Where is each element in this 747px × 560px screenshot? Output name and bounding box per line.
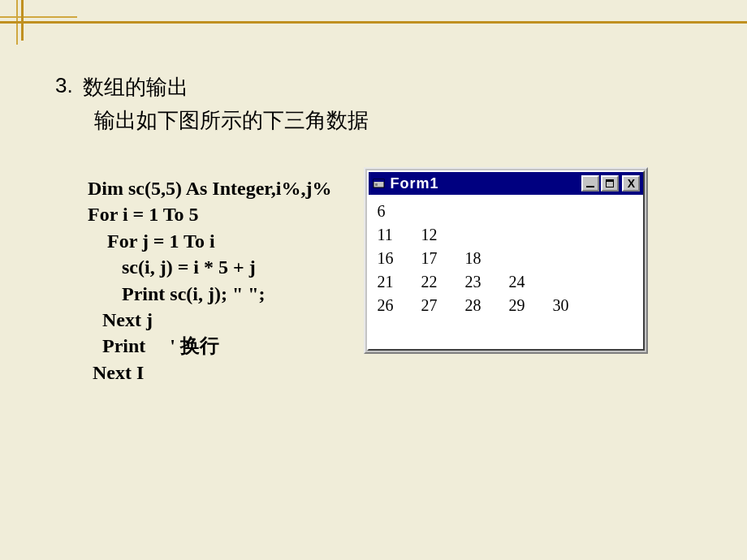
- output-row: 161718: [377, 247, 635, 270]
- output-cell: 21: [377, 270, 421, 294]
- code-line: sc(i, j) = i * 5 + j: [88, 256, 256, 278]
- code-line: For j = 1 To i: [88, 230, 215, 252]
- code-line: For i = 1 To 5: [88, 204, 199, 225]
- code-line: Next j: [88, 309, 153, 330]
- output-row: 6: [377, 200, 635, 223]
- output-row: 21222324: [377, 270, 635, 294]
- code-line: Dim sc(5,5) As Integer,i%,j%: [88, 178, 331, 199]
- heading-subtitle: 输出如下图所示的下三角数据: [94, 106, 715, 135]
- code-block: Dim sc(5,5) As Integer,i%,j% For i = 1 T…: [88, 175, 331, 386]
- code-line: Next I: [88, 362, 144, 383]
- output-cell: 18: [464, 247, 508, 270]
- close-button[interactable]: X: [622, 175, 640, 192]
- output-cell: 11: [377, 223, 421, 247]
- form-output-area: 61112161718212223242627282930: [369, 195, 643, 349]
- svg-rect-2: [375, 183, 378, 186]
- svg-rect-1: [374, 179, 384, 182]
- slide-corner-decoration: [0, 0, 97, 41]
- output-cell: 30: [552, 294, 596, 317]
- output-cell: 29: [508, 294, 552, 317]
- title-bar: Form1 X: [369, 172, 643, 195]
- window-title: Form1: [390, 175, 578, 192]
- output-cell: 22: [421, 270, 464, 294]
- heading-row: 3. 数组的输出: [55, 73, 715, 101]
- output-cell: 26: [377, 294, 421, 317]
- output-cell: 23: [464, 270, 508, 294]
- slide-content: 3. 数组的输出 输出如下图所示的下三角数据 Dim sc(5,5) As In…: [55, 73, 715, 386]
- output-cell: 24: [508, 270, 552, 294]
- output-row: 2627282930: [377, 294, 635, 317]
- minimize-button[interactable]: [581, 175, 599, 192]
- output-cell: 16: [377, 247, 421, 270]
- maximize-button[interactable]: [601, 175, 619, 192]
- output-cell: 27: [421, 294, 464, 317]
- form-icon: [372, 176, 386, 191]
- output-cell: 12: [421, 223, 464, 247]
- code-line: Print sc(i, j); " ";: [88, 283, 266, 304]
- form-window: Form1 X 61112161718212223242627282930: [364, 167, 648, 354]
- output-cell: 6: [377, 200, 421, 223]
- output-cell: 17: [421, 247, 464, 270]
- output-cell: 28: [464, 294, 508, 317]
- heading-title: 数组的输出: [83, 73, 188, 101]
- heading-number: 3.: [55, 73, 73, 101]
- code-line: Print ' 换行: [88, 335, 219, 356]
- output-row: 1112: [377, 223, 635, 247]
